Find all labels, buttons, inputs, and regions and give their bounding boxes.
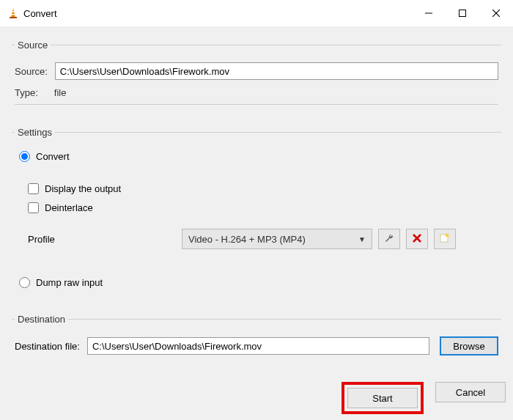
browse-label: Browse <box>453 341 484 352</box>
start-label: Start <box>372 393 392 404</box>
destination-legend: Destination <box>15 314 68 325</box>
convert-dialog: Convert Source Source: Type: file Settin… <box>0 0 513 420</box>
minimize-button[interactable] <box>412 0 446 26</box>
destination-group: Destination Destination file: Browse <box>12 314 501 369</box>
cancel-label: Cancel <box>456 387 485 398</box>
svg-rect-5 <box>460 10 466 17</box>
svg-rect-1 <box>10 17 17 18</box>
type-label: Type: <box>15 87 38 98</box>
titlebar[interactable]: Convert <box>0 0 513 26</box>
window-title: Convert <box>19 8 412 19</box>
destination-input[interactable] <box>87 337 429 355</box>
delete-profile-button[interactable] <box>406 229 428 249</box>
dialog-content: Source Source: Type: file Settings Conve… <box>0 26 513 375</box>
deinterlace-label: Deinterlace <box>45 202 93 213</box>
svg-point-11 <box>446 233 449 237</box>
svg-rect-3 <box>12 14 15 15</box>
profile-select[interactable]: Video - H.264 + MP3 (MP4) ▼ <box>182 229 372 249</box>
start-highlight: Start <box>342 382 424 414</box>
delete-icon <box>413 234 421 245</box>
new-profile-button[interactable] <box>434 229 456 249</box>
maximize-button[interactable] <box>446 0 479 26</box>
browse-button[interactable]: Browse <box>440 336 498 355</box>
dump-raw-radio[interactable] <box>19 277 30 288</box>
start-button[interactable]: Start <box>347 388 418 408</box>
source-label: Source: <box>15 66 48 77</box>
edit-profile-button[interactable] <box>378 229 400 249</box>
chevron-down-icon: ▼ <box>358 235 366 243</box>
source-input[interactable] <box>55 62 498 80</box>
source-legend: Source <box>15 40 51 51</box>
dump-raw-label: Dump raw input <box>36 277 103 288</box>
type-value: file <box>54 87 67 98</box>
svg-marker-0 <box>11 8 15 18</box>
svg-rect-2 <box>12 11 15 12</box>
vlc-icon <box>7 7 19 19</box>
convert-radio-label: Convert <box>36 151 70 162</box>
profile-value: Video - H.264 + MP3 (MP4) <box>188 234 306 245</box>
dialog-footer: Start Cancel <box>0 375 513 420</box>
cancel-button[interactable]: Cancel <box>435 382 506 402</box>
close-button[interactable] <box>479 0 513 26</box>
destination-label: Destination file: <box>15 341 80 352</box>
settings-legend: Settings <box>15 127 55 138</box>
deinterlace-checkbox[interactable] <box>28 202 39 213</box>
profile-label: Profile <box>28 234 182 245</box>
display-output-label: Display the output <box>45 183 121 194</box>
convert-radio[interactable] <box>19 151 30 162</box>
separator <box>15 104 498 105</box>
wrench-icon <box>384 233 394 246</box>
new-profile-icon <box>440 233 450 246</box>
display-output-checkbox[interactable] <box>28 183 39 194</box>
source-group: Source Source: Type: file <box>12 40 501 115</box>
settings-group: Settings Convert Display the output Dein… <box>12 127 501 302</box>
